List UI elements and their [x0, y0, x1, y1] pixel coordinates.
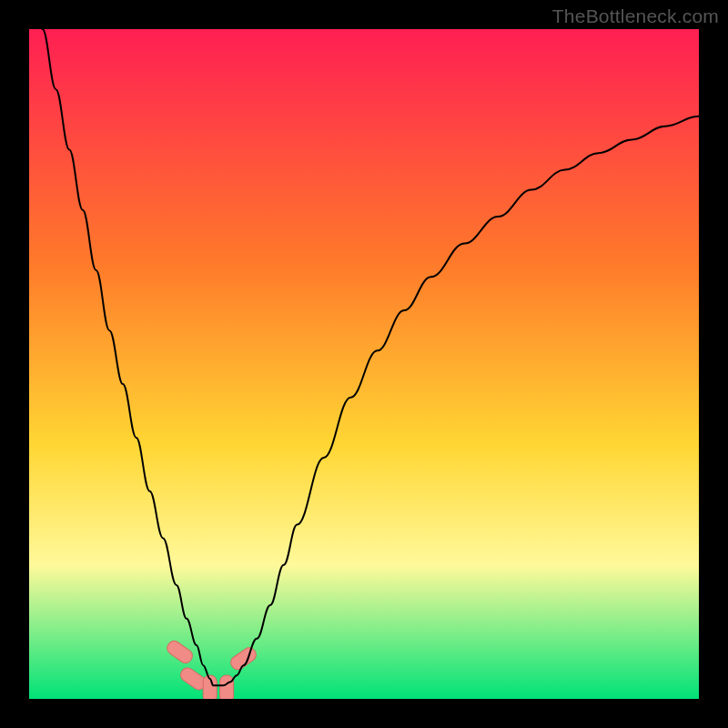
- gradient-background: [29, 29, 699, 699]
- bottleneck-chart: [29, 29, 699, 699]
- plot-area: [29, 29, 699, 699]
- watermark-text: TheBottleneck.com: [552, 5, 719, 27]
- chart-frame: TheBottleneck.com: [0, 0, 728, 728]
- curve-marker: [220, 675, 234, 699]
